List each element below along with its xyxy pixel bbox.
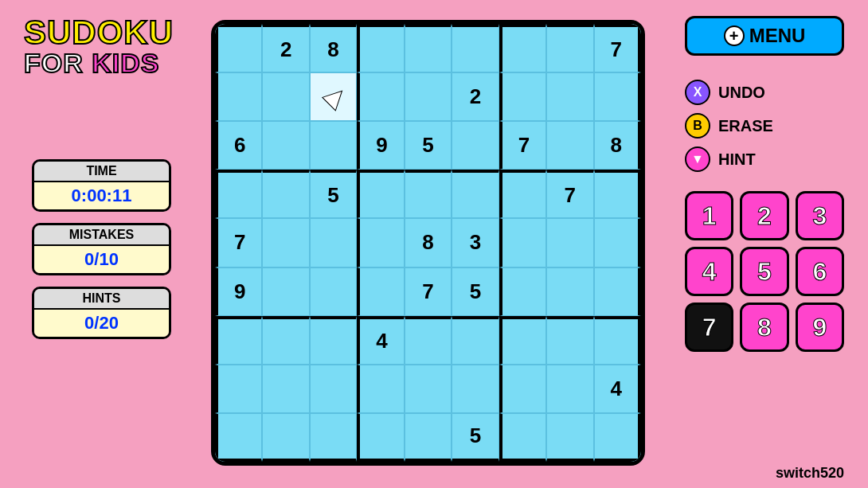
cell-4-4[interactable]: 8 bbox=[405, 218, 452, 267]
cell-1-3[interactable] bbox=[357, 72, 404, 121]
cell-7-5[interactable] bbox=[452, 365, 499, 413]
cell-4-1[interactable] bbox=[262, 218, 309, 267]
cell-2-5[interactable] bbox=[452, 121, 499, 170]
numpad-btn-1[interactable]: 1 bbox=[685, 191, 733, 240]
cell-3-4[interactable] bbox=[405, 170, 452, 218]
cell-1-5[interactable]: 2 bbox=[452, 72, 499, 121]
cursor-arrow: ▶ bbox=[318, 81, 349, 112]
cell-1-8[interactable] bbox=[594, 72, 641, 121]
numpad-btn-9[interactable]: 9 bbox=[796, 303, 844, 352]
cell-3-7[interactable]: 7 bbox=[546, 170, 593, 218]
cell-1-2[interactable]: ▶ bbox=[310, 72, 357, 121]
cell-7-6[interactable] bbox=[499, 365, 546, 413]
cell-7-3[interactable] bbox=[357, 365, 404, 413]
cell-6-0[interactable] bbox=[215, 316, 262, 365]
cell-7-2[interactable] bbox=[310, 365, 357, 413]
cell-2-0[interactable]: 6 bbox=[215, 121, 262, 170]
cell-2-6[interactable]: 7 bbox=[499, 121, 546, 170]
cell-0-1[interactable]: 2 bbox=[262, 24, 309, 72]
cell-8-6[interactable] bbox=[499, 413, 546, 462]
cell-5-4[interactable]: 7 bbox=[405, 267, 452, 316]
cell-5-5[interactable]: 5 bbox=[452, 267, 499, 316]
cell-2-4[interactable]: 5 bbox=[405, 121, 452, 170]
numpad-btn-4[interactable]: 4 bbox=[685, 247, 733, 296]
cell-0-6[interactable] bbox=[499, 24, 546, 72]
cell-6-4[interactable] bbox=[405, 316, 452, 365]
cell-2-7[interactable] bbox=[546, 121, 593, 170]
control-hint[interactable]: ▼ HINT bbox=[685, 146, 844, 172]
cell-3-6[interactable] bbox=[499, 170, 546, 218]
cell-7-7[interactable] bbox=[546, 365, 593, 413]
cell-3-0[interactable] bbox=[215, 170, 262, 218]
cell-1-7[interactable] bbox=[546, 72, 593, 121]
cell-8-8[interactable] bbox=[594, 413, 641, 462]
cell-6-8[interactable] bbox=[594, 316, 641, 365]
control-erase[interactable]: B ERASE bbox=[685, 113, 844, 139]
cell-1-0[interactable] bbox=[215, 72, 262, 121]
cell-2-2[interactable] bbox=[310, 121, 357, 170]
cell-4-7[interactable] bbox=[546, 218, 593, 267]
cell-7-0[interactable] bbox=[215, 365, 262, 413]
cell-4-2[interactable] bbox=[310, 218, 357, 267]
cell-5-1[interactable] bbox=[262, 267, 309, 316]
cell-4-0[interactable]: 7 bbox=[215, 218, 262, 267]
cell-0-7[interactable] bbox=[546, 24, 593, 72]
cell-8-7[interactable] bbox=[546, 413, 593, 462]
cell-6-3[interactable]: 4 bbox=[357, 316, 404, 365]
numpad-btn-8[interactable]: 8 bbox=[740, 303, 788, 352]
cell-5-8[interactable] bbox=[594, 267, 641, 316]
cell-8-4[interactable] bbox=[405, 413, 452, 462]
cell-8-0[interactable] bbox=[215, 413, 262, 462]
cell-6-6[interactable] bbox=[499, 316, 546, 365]
cell-2-8[interactable]: 8 bbox=[594, 121, 641, 170]
cell-5-2[interactable] bbox=[310, 267, 357, 316]
numpad-btn-2[interactable]: 2 bbox=[740, 191, 788, 240]
sudoku-grid[interactable]: 287▶26957857783975445 bbox=[211, 20, 645, 466]
cell-2-1[interactable] bbox=[262, 121, 309, 170]
cell-3-8[interactable] bbox=[594, 170, 641, 218]
cell-7-1[interactable] bbox=[262, 365, 309, 413]
cell-8-3[interactable] bbox=[357, 413, 404, 462]
menu-button[interactable]: + MENU bbox=[685, 16, 844, 56]
cell-8-1[interactable] bbox=[262, 413, 309, 462]
cell-4-8[interactable] bbox=[594, 218, 641, 267]
cell-0-5[interactable] bbox=[452, 24, 499, 72]
cell-5-3[interactable] bbox=[357, 267, 404, 316]
cell-8-5[interactable]: 5 bbox=[452, 413, 499, 462]
cell-4-6[interactable] bbox=[499, 218, 546, 267]
cell-5-6[interactable] bbox=[499, 267, 546, 316]
cell-6-5[interactable] bbox=[452, 316, 499, 365]
cell-3-2[interactable]: 5 bbox=[310, 170, 357, 218]
cell-0-3[interactable] bbox=[357, 24, 404, 72]
cell-0-0[interactable] bbox=[215, 24, 262, 72]
cell-6-1[interactable] bbox=[262, 316, 309, 365]
cell-0-4[interactable] bbox=[405, 24, 452, 72]
cell-0-2[interactable]: 8 bbox=[310, 24, 357, 72]
cell-1-6[interactable] bbox=[499, 72, 546, 121]
cell-7-8[interactable]: 4 bbox=[594, 365, 641, 413]
cell-5-7[interactable] bbox=[546, 267, 593, 316]
cell-6-7[interactable] bbox=[546, 316, 593, 365]
cell-0-8[interactable]: 7 bbox=[594, 24, 641, 72]
cell-7-4[interactable] bbox=[405, 365, 452, 413]
numpad-btn-7[interactable]: 7 bbox=[685, 303, 733, 352]
cell-6-2[interactable] bbox=[310, 316, 357, 365]
numpad-btn-5[interactable]: 5 bbox=[740, 247, 788, 296]
logo-forkids: FOR KIDS bbox=[24, 49, 174, 76]
cell-4-5[interactable]: 3 bbox=[452, 218, 499, 267]
cell-3-3[interactable] bbox=[357, 170, 404, 218]
cell-2-3[interactable]: 9 bbox=[357, 121, 404, 170]
cell-5-0[interactable]: 9 bbox=[215, 267, 262, 316]
cell-1-4[interactable] bbox=[405, 72, 452, 121]
control-undo[interactable]: X UNDO bbox=[685, 80, 844, 105]
stat-label-hints: HINTS bbox=[34, 289, 169, 310]
stat-value-hints: 0/20 bbox=[34, 310, 169, 337]
numpad-btn-3[interactable]: 3 bbox=[796, 191, 844, 240]
cell-3-1[interactable] bbox=[262, 170, 309, 218]
cell-4-3[interactable] bbox=[357, 218, 404, 267]
cell-3-5[interactable] bbox=[452, 170, 499, 218]
cell-1-1[interactable] bbox=[262, 72, 309, 121]
cell-8-2[interactable] bbox=[310, 413, 357, 462]
menu-plus-icon: + bbox=[724, 25, 745, 46]
numpad-btn-6[interactable]: 6 bbox=[796, 247, 844, 296]
